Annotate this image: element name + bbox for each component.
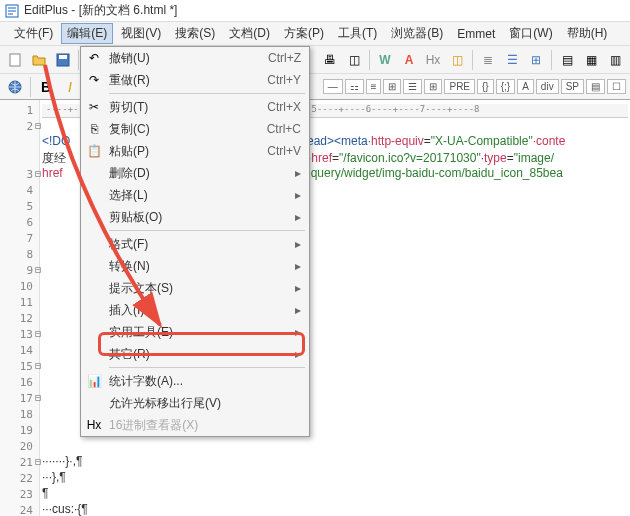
menu-emmet[interactable]: Emmet [451,25,501,43]
html-tool-0[interactable]: — [323,79,343,94]
edit-menu-dropdown: ↶撤销(U)Ctrl+Z↷重做(R)Ctrl+Y✂剪切(T)Ctrl+X⎘复制(… [80,46,310,437]
submenu-arrow-icon: ▸ [295,166,301,180]
tb-2-icon[interactable]: ◫ [343,49,365,71]
bold-icon[interactable]: B [35,76,57,98]
menu-item-label: 重做(R) [109,72,247,89]
menu-project[interactable]: 方案(P) [278,23,330,44]
menu-item-label: 提示文本(S) [109,280,295,297]
tb-wrap-icon[interactable]: W [374,49,396,71]
html-tool-1[interactable]: ⚏ [345,79,364,94]
menu-separator [109,230,305,231]
html-tool-12[interactable]: ▤ [586,79,605,94]
html-tool-7[interactable]: {} [477,79,494,94]
menu-item-16X: Hx16进制查看器(X) [81,414,309,436]
tb-print-icon[interactable]: 🖶 [319,49,341,71]
menu-item-U[interactable]: ↶撤销(U)Ctrl+Z [81,47,309,69]
menu-item-label: 其它(R) [109,346,295,363]
svg-rect-1 [10,54,20,66]
menu-item-label: 格式(F) [109,236,295,253]
line-number: 17 [0,392,39,408]
menu-item-P[interactable]: 📋粘贴(P)Ctrl+V [81,140,309,162]
toolbar-separator [30,77,31,97]
menu-item-O[interactable]: 剪贴板(O)▸ [81,206,309,228]
line-number: 19 [0,424,39,440]
line-number: 22 [0,472,39,488]
tb-5-icon[interactable]: ◫ [446,49,468,71]
menu-item-A[interactable]: 📊统计字数(A)... [81,370,309,392]
menu-item-L[interactable]: 选择(L)▸ [81,184,309,206]
menu-search[interactable]: 搜索(S) [169,23,221,44]
menu-file[interactable]: 文件(F) [8,23,59,44]
line-number: 11 [0,296,39,312]
browser-icon[interactable] [4,76,26,98]
tb-doc1-icon[interactable]: ▤ [556,49,578,71]
code-line: ¶ [42,486,628,502]
html-tool-pre[interactable]: PRE [444,79,475,94]
line-number: 23 [0,488,39,504]
menu-item-label: 选择(L) [109,187,295,204]
menu-item-I[interactable]: 插入(I)▸ [81,299,309,321]
menu-item-V[interactable]: 允许光标移出行尾(V) [81,392,309,414]
menu-item-label: 复制(C) [109,121,247,138]
menu-item-F[interactable]: 格式(F)▸ [81,233,309,255]
line-gutter: 1 2 3 4 5 6 7 8 9 10 11 12 13 14 15 16 1… [0,100,40,516]
html-tool-13[interactable]: ☐ [607,79,626,94]
menu-item-label: 粘贴(P) [109,143,247,160]
menu-item-C[interactable]: ⎘复制(C)Ctrl+C [81,118,309,140]
menu-item-R[interactable]: 其它(R)▸ [81,343,309,365]
copy-icon: ⎘ [85,122,103,136]
menu-item-E[interactable]: 实用工具(E)▸ [81,321,309,343]
tb-doc3-icon[interactable]: ▥ [604,49,626,71]
menu-browser[interactable]: 浏览器(B) [385,23,449,44]
html-tool-5[interactable]: ⊞ [424,79,442,94]
save-icon[interactable] [52,49,74,71]
menu-window[interactable]: 窗口(W) [503,23,558,44]
submenu-arrow-icon: ▸ [295,347,301,361]
menu-item-N[interactable]: 转换(N)▸ [81,255,309,277]
menu-item-label: 允许光标移出行尾(V) [109,395,301,412]
html-tool-8[interactable]: {;} [496,79,515,94]
tb-doc2-icon[interactable]: ▦ [580,49,602,71]
menu-view[interactable]: 视图(V) [115,23,167,44]
menu-item-R[interactable]: ↷重做(R)Ctrl+Y [81,69,309,91]
hex-icon: Hx [85,418,103,432]
line-number: 16 [0,376,39,392]
menu-shortcut: Ctrl+C [267,122,301,136]
line-number: 2 [0,120,39,136]
toolbar-separator [369,50,370,70]
italic-icon[interactable]: I [59,76,81,98]
menu-bar: 文件(F) 编辑(E) 视图(V) 搜索(S) 文档(D) 方案(P) 工具(T… [0,22,630,46]
menu-item-label: 转换(N) [109,258,295,275]
tb-font-icon[interactable]: A [398,49,420,71]
menu-item-D[interactable]: 删除(D)▸ [81,162,309,184]
menu-edit[interactable]: 编辑(E) [61,23,113,44]
html-tool-div[interactable]: div [536,79,559,94]
tb-hex-icon[interactable]: Hx [422,49,444,71]
tb-grid-icon[interactable]: ⊞ [525,49,547,71]
new-file-icon[interactable] [4,49,26,71]
app-icon [4,3,20,19]
menu-shortcut: Ctrl+Y [267,73,301,87]
open-file-icon[interactable] [28,49,50,71]
html-tool-a[interactable]: A [517,79,534,94]
menu-item-label: 撤销(U) [109,50,248,67]
menu-help[interactable]: 帮助(H) [561,23,614,44]
tb-list2-icon[interactable]: ☰ [501,49,523,71]
menu-tools[interactable]: 工具(T) [332,23,383,44]
line-number: 14 [0,344,39,360]
menu-item-label: 16进制查看器(X) [109,417,301,434]
line-number: 18 [0,408,39,424]
html-tool-3[interactable]: ⊞ [383,79,401,94]
code-line [42,438,628,454]
line-number: 6 [0,216,39,232]
html-tool-2[interactable]: ≡ [366,79,382,94]
toolbar-separator [551,50,552,70]
html-tool-4[interactable]: ☰ [403,79,422,94]
html-tool-sp[interactable]: SP [561,79,584,94]
menu-document[interactable]: 文档(D) [223,23,276,44]
menu-item-label: 剪贴板(O) [109,209,295,226]
menu-item-T[interactable]: ✂剪切(T)Ctrl+X [81,96,309,118]
tb-list1-icon[interactable]: ≣ [477,49,499,71]
menu-item-S[interactable]: 提示文本(S)▸ [81,277,309,299]
line-number-blank [0,152,39,168]
